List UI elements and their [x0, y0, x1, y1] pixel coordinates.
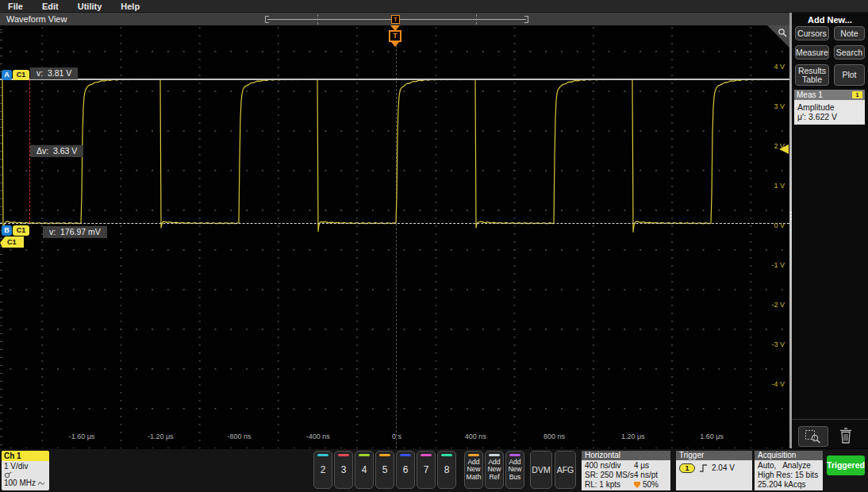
results-bar: Add New... CursorsNoteMeasureSearchResul…: [792, 13, 868, 448]
add-new-source-buttons: AddNewMathAddNewRefAddNewBus: [464, 451, 524, 489]
channel-8-button[interactable]: 8: [437, 451, 456, 489]
x-axis-tick-label: 400 ns: [465, 432, 486, 440]
add-new-button-label: AddNewBus: [508, 459, 521, 482]
cursor-b-badge[interactable]: B: [2, 225, 12, 236]
acquisition-resolution: High Res: 15 bits: [758, 471, 820, 480]
zoom-box-button[interactable]: [798, 426, 828, 447]
y-axis-tick-label: -4 V: [771, 380, 785, 388]
cursor-a-readout: v: 3.81 V: [30, 67, 78, 79]
acquisition-mode: Auto, Analyze: [758, 461, 820, 471]
trigger-status-badge: Triggered: [827, 455, 865, 475]
cursor-b-line[interactable]: [0, 223, 789, 224]
channel-color-stripe: [441, 454, 452, 456]
cursor-a-source-badge[interactable]: C1: [13, 70, 29, 80]
channel-button-label: 6: [403, 464, 409, 475]
rising-edge-icon: [699, 463, 708, 473]
waveform-view-title: Waveform View: [6, 14, 67, 24]
channel-button-label: 3: [341, 464, 347, 475]
waveform-graticule[interactable]: v: 3.81 V Δv: 3.63 V v: 176.97 mV A C1 B…: [0, 25, 789, 448]
acquisition-title: Acquisition: [755, 451, 823, 460]
minimap-left-bracket: [265, 16, 269, 23]
channel-6-button[interactable]: 6: [396, 451, 415, 489]
ch1-badge[interactable]: Ch 1 1 V/div 100 MHz: [2, 451, 49, 490]
horizontal-record-length: RL: 1 kpts: [585, 480, 634, 490]
ch1-bandwidth: 100 MHz: [4, 479, 36, 488]
button-color-stripe: [468, 454, 479, 456]
bandwidth-icon: [37, 480, 45, 486]
channel-button-label: 2: [321, 464, 326, 475]
button-color-stripe: [509, 454, 520, 456]
horizontal-panel[interactable]: Horizontal 400 ns/div 4 μs SR: 250 MS/s …: [582, 451, 670, 490]
y-axis-tick-label: -1 V: [771, 261, 785, 269]
trigger-flag-label: T: [389, 30, 401, 42]
channel-color-stripe: [379, 454, 390, 456]
menu-bar: FileEditUtilityHelp: [0, 0, 868, 13]
ch1-waveform-trace: [0, 25, 789, 448]
acquisition-panel[interactable]: Acquisition Auto, Analyze High Res: 15 b…: [755, 451, 823, 490]
channel-3-button[interactable]: 3: [334, 451, 353, 489]
y-axis-tick-label: 3 V: [774, 102, 785, 110]
channel-buttons: 2345678: [313, 451, 456, 489]
horizontal-title: Horizontal: [582, 451, 670, 460]
measure-button[interactable]: Measure: [795, 45, 829, 60]
cursor-b-readout: v: 176.97 mV: [43, 226, 107, 238]
meas1-badge[interactable]: Meas 1 1 Amplitude μ': 3.622 V: [794, 90, 865, 125]
cursor-a-badge[interactable]: A: [2, 70, 12, 80]
horizontal-scale: 400 ns/div: [585, 461, 634, 471]
cursor-b-source-badge[interactable]: C1: [13, 225, 29, 236]
magnifier-icon: [778, 28, 787, 37]
add-new-button-label: AddNewMath: [467, 459, 482, 482]
ch1-scale: 1 V/div: [4, 462, 47, 471]
results-bar-divider: [792, 419, 868, 420]
menu-edit[interactable]: Edit: [42, 2, 59, 11]
dvm-button[interactable]: DVM: [530, 451, 552, 489]
horizontal-resolution: 4 ns/pt: [634, 471, 667, 480]
meas1-value: μ': 3.622 V: [797, 112, 862, 121]
cursor-a-line[interactable]: [0, 79, 789, 80]
note-button[interactable]: Note: [834, 26, 865, 40]
trigger-panel[interactable]: Trigger 1 2.04 V: [676, 451, 752, 490]
menu-utility[interactable]: Utility: [78, 2, 102, 11]
trigger-source-badge: 1: [679, 463, 695, 473]
add-new-button-label: AddNewRef: [487, 459, 501, 482]
menu-file[interactable]: File: [8, 2, 23, 11]
y-axis-tick-label: 1 V: [774, 182, 785, 190]
settings-bar: Ch 1 1 V/div 100 MHz 2345678 AddNew: [0, 448, 868, 492]
horizontal-window: 4 μs: [634, 461, 667, 471]
search-button[interactable]: Search: [834, 45, 865, 60]
channel-color-stripe: [421, 454, 432, 456]
channel-4-button[interactable]: 4: [355, 451, 374, 489]
cursors-button[interactable]: Cursors: [795, 26, 829, 40]
expansion-point-icon: [634, 482, 640, 488]
plot-button[interactable]: Plot: [834, 64, 865, 86]
x-axis-tick-label: 0 s: [392, 432, 401, 440]
x-axis-tick-label: 1.60 μs: [700, 432, 724, 440]
channel-7-button[interactable]: 7: [417, 451, 436, 489]
zoom-box-icon: [805, 429, 822, 444]
probe-icon: [4, 471, 13, 479]
x-axis-tick-label: 1.20 μs: [621, 432, 645, 440]
minimap-window-tick-left: [317, 14, 318, 25]
channel-5-button[interactable]: 5: [375, 451, 394, 489]
trigger-level: 2.04 V: [712, 463, 735, 473]
channel-2-button[interactable]: 2: [313, 451, 332, 489]
minimap-trigger-marker[interactable]: T: [391, 15, 400, 24]
channel-button-label: 7: [424, 464, 429, 475]
menu-help[interactable]: Help: [121, 2, 140, 11]
afg-button[interactable]: AFG: [555, 451, 576, 489]
channel-button-label: 4: [362, 464, 367, 475]
minimap-right-bracket: [524, 16, 528, 23]
y-axis-tick-label: 4 V: [774, 63, 785, 71]
x-axis-tick-label: -1.60 μs: [69, 432, 95, 440]
add-new-ref-button[interactable]: AddNewRef: [485, 451, 504, 489]
y-axis-tick-label: -2 V: [771, 301, 785, 309]
results-table-button[interactable]: Results Table: [795, 64, 829, 86]
add-new-bus-button[interactable]: AddNewBus: [505, 451, 524, 489]
channel-color-stripe: [400, 454, 411, 456]
waveform-view-titlebar[interactable]: Waveform View T: [0, 13, 789, 25]
ch1-name: Ch 1: [2, 451, 49, 461]
trash-icon[interactable]: [838, 427, 854, 448]
add-new-math-button[interactable]: AddNewMath: [464, 451, 483, 489]
x-axis-tick-label: -1.20 μs: [148, 432, 174, 440]
channel-button-label: 5: [382, 464, 388, 475]
